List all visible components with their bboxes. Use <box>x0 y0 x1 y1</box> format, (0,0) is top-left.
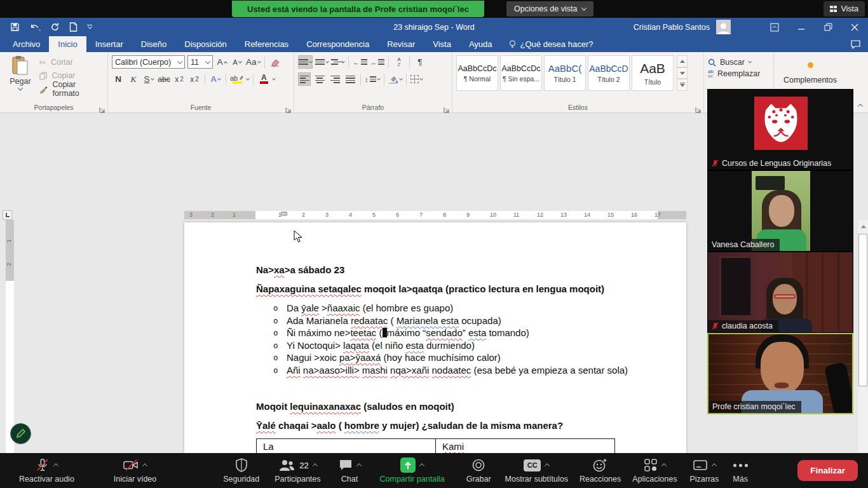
align-center-button[interactable] <box>313 72 326 86</box>
line-spacing-button[interactable]: ↕ <box>365 72 380 86</box>
chat-caret[interactable] <box>356 463 361 468</box>
format-painter-button[interactable]: Copiar formato <box>39 83 105 95</box>
style-no-spacing[interactable]: AaBbCcDc¶ Sin espa... <box>500 55 542 91</box>
bold-button[interactable]: N <box>112 72 125 86</box>
paste-button[interactable]: Pegar <box>4 55 37 102</box>
multilevel-list-button[interactable] <box>331 55 344 69</box>
justify-button[interactable] <box>344 72 356 86</box>
tab-inicio[interactable]: Inicio <box>49 36 86 52</box>
restore-button[interactable] <box>815 18 841 36</box>
unmute-button[interactable]: Reactivar audio <box>19 458 74 484</box>
video-tile-vanesa[interactable]: Vanesa Caballero <box>707 170 853 252</box>
grow-font-button[interactable]: A <box>215 55 228 69</box>
collapse-ribbon-button[interactable] <box>858 104 863 109</box>
reactions-button[interactable]: Reacciones <box>580 458 621 484</box>
bullets-button[interactable] <box>298 55 313 69</box>
record-button[interactable]: Grabar <box>466 458 491 484</box>
styles-scroll-up[interactable] <box>677 55 688 67</box>
font-color-button[interactable]: A <box>257 72 270 86</box>
underline-button[interactable]: S <box>142 72 155 86</box>
clear-formatting-button[interactable] <box>269 55 281 69</box>
style-heading1[interactable]: AaBbC(Título 1 <box>544 55 586 91</box>
numbering-button[interactable] <box>315 55 329 69</box>
superscript-button[interactable]: x2 <box>188 72 201 86</box>
tab-insertar[interactable]: Insertar <box>86 36 132 52</box>
tab-selector[interactable] <box>3 210 12 220</box>
security-button[interactable]: Seguridad <box>223 458 259 484</box>
video-options-caret[interactable] <box>142 463 147 468</box>
audio-options-caret[interactable] <box>53 463 58 468</box>
tab-vista[interactable]: Vista <box>424 36 460 52</box>
highlight-button[interactable]: ab <box>230 72 244 86</box>
account-area[interactable]: Cristian Pablo Santos <box>634 18 731 36</box>
annotation-pencil-button[interactable] <box>10 423 31 444</box>
vertical-ruler[interactable]: 12 <box>6 220 14 488</box>
document-page[interactable]: Na>xa>a sábado 23Ñapaxaguina setaqalec m… <box>184 222 686 488</box>
tab-disposicion[interactable]: Disposición <box>175 36 235 52</box>
styles-gallery-more[interactable] <box>677 79 688 91</box>
clipboard-dialog-launcher[interactable] <box>99 104 105 111</box>
close-button[interactable] <box>841 18 868 36</box>
find-button[interactable]: Buscar <box>708 58 771 67</box>
video-tile-cursos[interactable]: Cursos de Lenguas Originarias <box>707 89 853 170</box>
shrink-font-button[interactable]: A <box>231 55 243 69</box>
align-right-button[interactable] <box>329 72 341 86</box>
scroll-up-button[interactable] <box>858 221 868 231</box>
strikethrough-button[interactable]: abc <box>158 72 170 86</box>
align-left-button[interactable] <box>298 72 311 86</box>
start-video-button[interactable]: Iniciar vídeo <box>114 458 156 484</box>
share-caret[interactable] <box>419 463 424 468</box>
captions-button[interactable]: CC Mostrar subtítulos <box>505 458 568 484</box>
tab-correspondencia[interactable]: Correspondencia <box>297 36 378 52</box>
increase-indent-button[interactable]: → <box>370 55 384 69</box>
tab-archivo[interactable]: Archivo <box>4 36 49 52</box>
participants-caret[interactable] <box>312 463 317 468</box>
sort-button[interactable]: AZ <box>393 55 405 69</box>
tab-ayuda[interactable]: Ayuda <box>460 36 501 52</box>
scrollbar-thumb[interactable] <box>858 234 867 386</box>
horizontal-ruler[interactable]: 3211234567891011121314151617 <box>184 211 686 219</box>
share-screen-button[interactable]: Compartir pantalla <box>380 458 445 484</box>
tab-revisar[interactable]: Revisar <box>378 36 424 52</box>
comments-icon[interactable] <box>851 40 860 49</box>
paragraph-dialog-launcher[interactable] <box>444 104 450 111</box>
style-title[interactable]: AaBTítulo <box>632 55 674 91</box>
style-normal[interactable]: AaBbCcDc¶ Normal <box>456 55 498 91</box>
video-tile-claudia[interactable]: claudia acosta <box>707 252 853 333</box>
whiteboards-caret[interactable] <box>712 463 717 468</box>
participants-button[interactable]: 22 Participantes <box>275 458 320 484</box>
style-heading2[interactable]: AaBbCcDTítulo 2 <box>588 55 630 91</box>
end-meeting-button[interactable]: Finalizar <box>797 460 858 481</box>
captions-caret[interactable] <box>545 463 550 468</box>
show-marks-button[interactable]: ¶ <box>414 55 426 69</box>
chat-button[interactable]: Chat <box>339 458 361 484</box>
text-effects-button[interactable]: A <box>209 72 222 86</box>
tab-referencias[interactable]: Referencias <box>236 36 297 52</box>
more-button[interactable]: Más <box>733 458 748 484</box>
apps-caret[interactable] <box>661 463 667 468</box>
whiteboards-button[interactable]: Pizarras <box>689 458 719 484</box>
font-family-select[interactable]: Calibri (Cuerpo) <box>112 55 185 69</box>
vertical-scrollbar[interactable] <box>857 220 868 488</box>
ribbon-display-options-button[interactable] <box>761 18 788 36</box>
italic-button[interactable]: K <box>127 72 140 86</box>
video-tile-profe-cristian[interactable]: Profe cristian moqoi´lec <box>707 333 853 414</box>
apps-button[interactable]: Aplicaciones <box>632 458 677 484</box>
change-case-button[interactable]: Aa <box>246 55 261 69</box>
vista-button[interactable]: Vista <box>824 1 865 17</box>
tell-me-box[interactable]: ¿Qué desea hacer? <box>501 36 601 52</box>
subscript-button[interactable]: x2 <box>173 72 186 86</box>
font-size-select[interactable]: 11 <box>187 55 213 69</box>
tab-diseno[interactable]: Diseño <box>132 36 175 52</box>
styles-dialog-launcher[interactable] <box>695 104 702 111</box>
shading-button[interactable] <box>388 72 402 86</box>
styles-scroll-down[interactable] <box>677 67 688 79</box>
cut-button[interactable]: ✂ Cortar <box>39 57 105 68</box>
minimize-button[interactable] <box>788 18 815 36</box>
view-options-button[interactable]: Opciones de vista <box>506 1 593 17</box>
avatar[interactable] <box>716 20 731 34</box>
decrease-indent-button[interactable]: ← <box>353 55 367 69</box>
font-dialog-launcher[interactable] <box>285 104 292 111</box>
borders-button[interactable] <box>410 72 423 86</box>
replace-button[interactable]: abacReemplazar <box>708 69 771 78</box>
